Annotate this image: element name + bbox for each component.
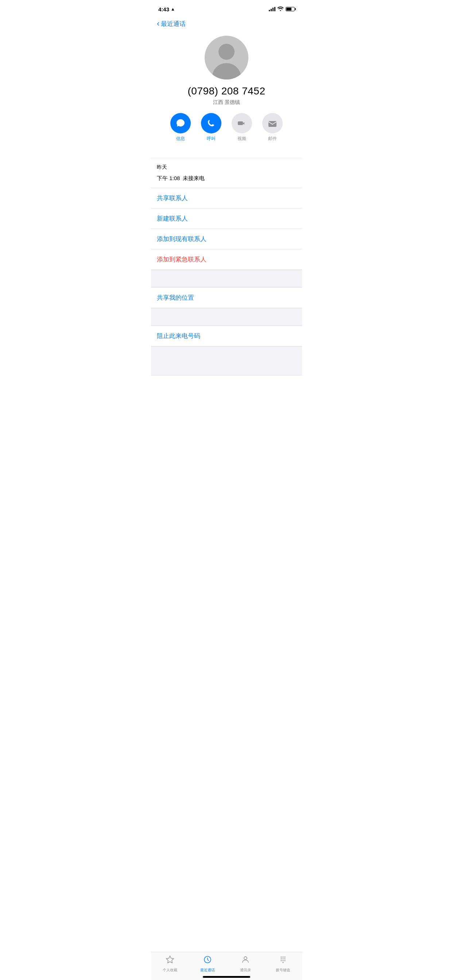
call-circle [201, 113, 222, 134]
battery-icon [286, 7, 295, 11]
svg-rect-0 [268, 121, 276, 127]
share-location-item[interactable]: 共享我的位置 [151, 288, 302, 308]
history-type: 未接来电 [183, 175, 205, 182]
message-circle [170, 113, 191, 134]
status-icons [269, 6, 295, 12]
status-time: 4:43 ▲ [158, 6, 175, 13]
call-action[interactable]: 呼叫 [201, 113, 222, 142]
history-section: 昨天 下午 1:08 未接来电 [151, 158, 302, 188]
back-label: 最近通话 [161, 20, 186, 28]
action-buttons: 信息 呼叫 视频 [170, 113, 283, 142]
block-number-item[interactable]: 阻止此来电号码 [151, 326, 302, 346]
gray-separator-1 [151, 270, 302, 287]
location-arrow-icon: ▲ [171, 6, 175, 12]
add-emergency-item[interactable]: 添加到紧急联系人 [151, 250, 302, 270]
mail-circle [262, 113, 283, 134]
gray-separator-2 [151, 308, 302, 326]
history-item: 下午 1:08 未接来电 [157, 173, 296, 188]
call-label: 呼叫 [207, 135, 215, 142]
menu-section-2: 共享我的位置 [151, 287, 302, 308]
phone-number: (0798) 208 7452 [187, 85, 265, 97]
share-location-label: 共享我的位置 [157, 294, 194, 301]
history-time: 下午 1:08 [157, 175, 180, 182]
status-bar: 4:43 ▲ [151, 0, 302, 16]
mail-action[interactable]: 邮件 [262, 113, 283, 142]
share-contact-label: 共享联系人 [157, 195, 188, 202]
new-contact-label: 新建联系人 [157, 215, 188, 222]
menu-section-1: 共享联系人 新建联系人 添加到现有联系人 添加到紧急联系人 [151, 188, 302, 270]
history-date: 昨天 [157, 164, 296, 170]
block-number-label: 阻止此来电号码 [157, 332, 200, 339]
add-existing-item[interactable]: 添加到现有联系人 [151, 229, 302, 250]
share-contact-item[interactable]: 共享联系人 [151, 188, 302, 208]
back-button[interactable]: ‹ 最近通话 [157, 19, 186, 29]
mail-label: 邮件 [268, 135, 277, 142]
menu-section-3: 阻止此来电号码 [151, 326, 302, 346]
video-circle [231, 113, 252, 134]
avatar [205, 36, 248, 80]
wifi-icon [278, 6, 283, 12]
chevron-left-icon: ‹ [157, 19, 160, 29]
new-contact-item[interactable]: 新建联系人 [151, 208, 302, 229]
contact-header: (0798) 208 7452 江西 景德镇 信息 呼叫 [151, 30, 302, 158]
video-label: 视频 [238, 135, 246, 142]
message-label: 信息 [176, 135, 185, 142]
add-existing-label: 添加到现有联系人 [157, 235, 206, 242]
gray-separator-3 [151, 346, 302, 375]
nav-bar: ‹ 最近通话 [151, 16, 302, 30]
video-action[interactable]: 视频 [231, 113, 252, 142]
contact-location: 江西 景德镇 [213, 99, 240, 106]
message-action[interactable]: 信息 [170, 113, 191, 142]
signal-icon [269, 7, 275, 11]
add-emergency-label: 添加到紧急联系人 [157, 256, 206, 263]
